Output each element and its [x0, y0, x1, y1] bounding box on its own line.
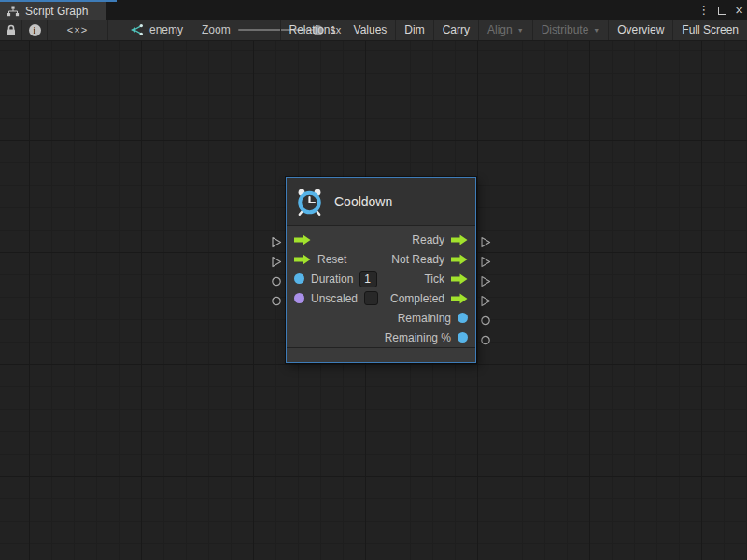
node-footer	[287, 347, 475, 359]
output-connector-remaining-pct[interactable]	[480, 333, 491, 345]
output-connector-not-ready[interactable]	[480, 255, 491, 267]
unscaled-checkbox[interactable]	[364, 291, 378, 305]
dim-button[interactable]: Dim	[395, 20, 432, 40]
window-menu-icon[interactable]: ⋮	[698, 2, 710, 19]
value-port-icon	[294, 273, 304, 284]
value-port-icon	[294, 293, 304, 303]
output-port-remaining-pct[interactable]: Remaining %	[385, 331, 468, 344]
tab-script-graph[interactable]: Script Graph	[0, 0, 106, 20]
flow-port-icon	[294, 254, 311, 265]
window-controls: ⋮ ×	[698, 2, 743, 19]
output-connector-tick[interactable]	[480, 274, 491, 287]
alarm-clock-icon	[294, 187, 325, 217]
flow-graph-icon	[130, 23, 144, 36]
input-connector-reset[interactable]	[271, 255, 282, 267]
port-row: Ready	[287, 230, 475, 249]
lock-button[interactable]	[0, 20, 21, 40]
breadcrumb-graph-name: enemy	[149, 23, 183, 36]
value-port-icon	[458, 313, 468, 323]
breadcrumb[interactable]: enemy	[124, 20, 189, 40]
titlebar: Script Graph ⋮ ×	[0, 0, 747, 20]
distribute-dropdown[interactable]: Distribute ▼	[532, 20, 609, 40]
output-port-tick[interactable]: Tick	[424, 273, 468, 286]
graph-hierarchy-icon	[7, 6, 20, 17]
tab-title: Script Graph	[25, 5, 88, 18]
flow-port-icon	[451, 254, 468, 265]
output-port-ready[interactable]: Ready	[412, 233, 468, 246]
value-port-icon	[458, 332, 468, 343]
close-icon[interactable]: ×	[735, 2, 743, 19]
input-connector-unscaled[interactable]	[271, 294, 282, 306]
input-connector-enter[interactable]	[271, 235, 282, 247]
port-row: Remaining	[287, 308, 475, 328]
zoom-label: Zoom	[202, 23, 231, 36]
cooldown-node[interactable]: Cooldown Ready	[286, 177, 476, 363]
node-title: Cooldown	[334, 194, 392, 209]
relations-button[interactable]: Relations	[280, 20, 345, 40]
port-row: Reset Not Ready	[287, 249, 475, 269]
flow-port-icon	[451, 234, 468, 245]
input-port-duration[interactable]: Duration	[294, 271, 377, 287]
toolbar-buttons: Relations Values Dim Carry Align ▼ Distr…	[280, 20, 747, 40]
input-port-enter[interactable]	[294, 234, 317, 245]
output-port-completed[interactable]: Completed	[390, 292, 468, 305]
align-dropdown[interactable]: Align ▼	[478, 20, 532, 40]
graph-canvas[interactable]: Cooldown Ready	[0, 41, 747, 560]
input-port-reset[interactable]: Reset	[294, 253, 346, 266]
carry-button[interactable]: Carry	[433, 20, 478, 40]
port-row: Remaining %	[287, 328, 475, 347]
output-port-not-ready[interactable]: Not Ready	[391, 253, 468, 266]
info-icon: i	[29, 24, 41, 36]
overview-button[interactable]: Overview	[608, 20, 672, 40]
toolbar: i <×> enemy Zoom 1x Relations Values	[0, 20, 747, 41]
info-button[interactable]: i	[22, 20, 47, 40]
port-row: Duration Tick	[287, 269, 475, 288]
output-connector-completed[interactable]	[480, 294, 491, 306]
node-header[interactable]: Cooldown	[287, 178, 475, 226]
maximize-icon[interactable]	[718, 7, 726, 15]
tab-accent	[106, 0, 117, 2]
values-button[interactable]: Values	[345, 20, 396, 40]
flow-port-icon	[451, 273, 468, 285]
output-connector-remaining[interactable]	[480, 314, 491, 326]
script-graph-window: Script Graph ⋮ × i <×>	[0, 0, 747, 560]
port-row: Unscaled Completed	[287, 288, 475, 308]
input-port-unscaled[interactable]: Unscaled	[294, 291, 378, 305]
fullscreen-button[interactable]: Full Screen	[672, 20, 747, 40]
output-port-remaining[interactable]: Remaining	[398, 312, 468, 325]
code-icon: <×>	[67, 24, 88, 35]
input-connector-duration[interactable]	[271, 274, 282, 287]
flow-port-icon	[294, 234, 311, 245]
flow-port-icon	[451, 293, 468, 304]
output-connector-ready[interactable]	[480, 235, 491, 247]
chevron-down-icon: ▼	[517, 27, 524, 34]
node-ports: Ready Reset	[287, 226, 475, 347]
toggle-inspector-button[interactable]: <×>	[48, 20, 107, 40]
cooldown-node-wrap: Cooldown Ready	[286, 177, 476, 363]
duration-field[interactable]	[359, 271, 377, 287]
lock-icon	[6, 24, 17, 36]
chevron-down-icon: ▼	[593, 27, 599, 34]
